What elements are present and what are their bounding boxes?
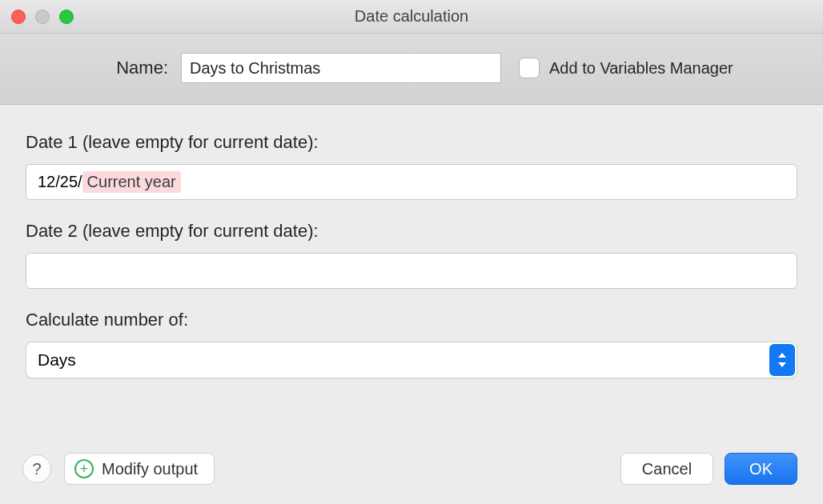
close-window-icon[interactable]: [11, 10, 26, 24]
header-strip: Name: Add to Variables Manager: [0, 34, 823, 105]
window-title: Date calculation: [355, 7, 468, 26]
plus-circle-icon: +: [74, 459, 94, 478]
help-icon: ?: [32, 460, 41, 478]
zoom-window-icon[interactable]: [59, 10, 74, 24]
traffic-lights: [11, 10, 74, 24]
name-input[interactable]: [181, 53, 501, 83]
help-button[interactable]: ?: [22, 454, 51, 483]
calc-select-wrap[interactable]: Days: [26, 342, 797, 378]
calc-select[interactable]: Days: [26, 342, 797, 378]
content: Date 1 (leave empty for current date): 1…: [0, 105, 823, 378]
calc-selected-value: Days: [38, 350, 76, 370]
footer: ? + Modify output Cancel OK: [0, 453, 823, 504]
date1-prefix: 12/25/: [38, 173, 82, 191]
date2-label: Date 2 (leave empty for current date):: [26, 221, 797, 242]
add-to-vars-label: Add to Variables Manager: [549, 59, 733, 78]
date1-input[interactable]: 12/25/ Current year: [26, 164, 797, 200]
date1-token-current-year[interactable]: Current year: [82, 171, 181, 193]
date2-input[interactable]: [26, 253, 797, 289]
add-to-vars-wrap[interactable]: Add to Variables Manager: [519, 58, 733, 78]
date1-label: Date 1 (leave empty for current date):: [26, 132, 797, 153]
modify-output-label: Modify output: [102, 460, 198, 478]
name-label: Name:: [24, 58, 168, 78]
add-to-vars-checkbox[interactable]: [519, 58, 540, 78]
minimize-window-icon[interactable]: [35, 10, 50, 24]
cancel-button[interactable]: Cancel: [620, 453, 713, 485]
calc-label: Calculate number of:: [26, 310, 797, 330]
ok-button[interactable]: OK: [725, 453, 797, 485]
updown-icon[interactable]: [769, 344, 795, 376]
modify-output-button[interactable]: + Modify output: [64, 453, 215, 485]
titlebar: Date calculation: [0, 0, 823, 34]
